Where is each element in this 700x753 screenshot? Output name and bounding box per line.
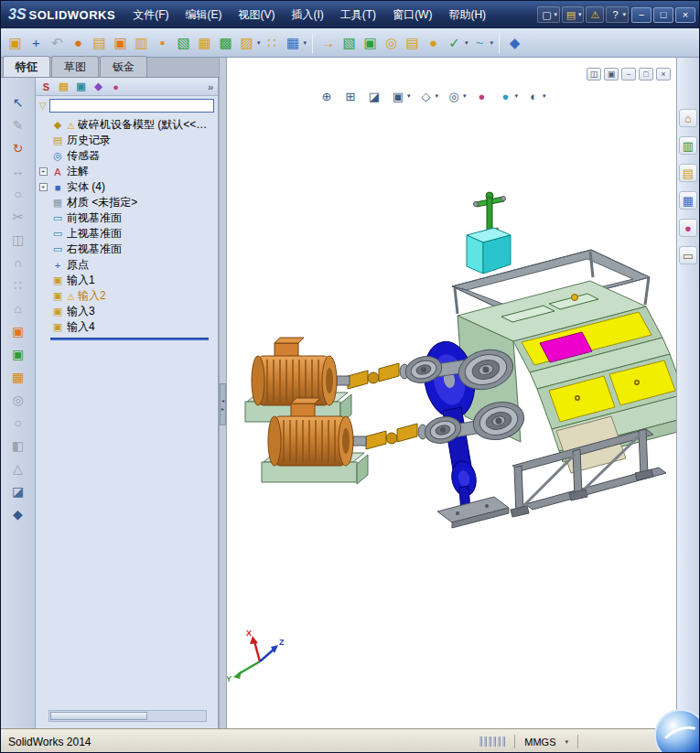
menu-item[interactable]: 窗口(W)	[384, 4, 440, 27]
task-pane-icon[interactable]: ▤	[679, 164, 697, 182]
left-toolbar-icon[interactable]: ◫	[7, 230, 29, 249]
left-toolbar-icon[interactable]: ○	[7, 413, 29, 432]
chevron-down-icon[interactable]: ▾	[463, 92, 467, 100]
model-feed-hopper[interactable]	[467, 228, 511, 274]
toolbar-icon-glyph[interactable]: ▣	[111, 33, 130, 52]
tree-item[interactable]: ▣ 输入2	[38, 288, 218, 304]
model-canvas[interactable]: Y X Z	[227, 58, 678, 728]
toolbar-icon[interactable]: ◆ ▾	[505, 33, 524, 52]
chevron-down-icon[interactable]: ▾	[515, 92, 519, 100]
tree-item-label[interactable]: 右视基准面	[67, 242, 122, 257]
hud-tool-icon[interactable]: ◇	[418, 88, 435, 104]
chevron-down-icon[interactable]: ▾	[407, 92, 411, 100]
panel-splitter[interactable]: ◂▸	[219, 58, 227, 728]
tree-item-label[interactable]: 实体 (4)	[67, 179, 105, 195]
hud-tool[interactable]: ◪ ▾	[366, 88, 382, 104]
tree-item-label[interactable]: 破碎机设备模型 (默认<<默认	[78, 117, 218, 133]
hud-tool[interactable]: ▣ ▾	[390, 88, 411, 104]
chevron-down-icon[interactable]: ▾	[257, 39, 261, 47]
panel-manager-tab-icon[interactable]: ▤	[56, 80, 71, 94]
left-toolbar-icon[interactable]: △	[7, 458, 29, 478]
left-toolbar-icon[interactable]: ↖	[7, 92, 29, 112]
tab-sketch[interactable]: 草图	[51, 56, 99, 77]
expand-plus-icon[interactable]: +	[39, 167, 48, 176]
toolbar-icon-glyph[interactable]: ▦	[195, 33, 214, 52]
task-pane-icon[interactable]: ▦	[679, 191, 697, 210]
splitter-handle[interactable]: ◂▸	[220, 383, 226, 425]
hud-tool[interactable]: ⊞ ▾	[342, 88, 359, 104]
menu-item[interactable]: 文件(F)	[124, 4, 177, 27]
toolbar-icon[interactable]: ▾	[495, 33, 503, 53]
window-control-button[interactable]: □	[653, 7, 673, 23]
graphics-viewport[interactable]: ⊕ ▾ ⊞ ▾ ◪ ▾ ▣ ▾	[227, 58, 678, 728]
toolbar-icon[interactable]: ▦ ▾	[195, 33, 214, 52]
document-window-button[interactable]: −	[621, 68, 636, 81]
toolbar-icon[interactable]: ▧ ▾	[174, 33, 193, 52]
tree-item[interactable]: ▣ 输入3	[38, 304, 218, 319]
hud-tool-icon[interactable]: ◪	[366, 88, 382, 104]
hud-tool[interactable]: ◇ ▾	[418, 88, 439, 104]
tree-item-label[interactable]: 输入2	[78, 288, 106, 304]
chevron-down-icon[interactable]: ▾	[436, 92, 439, 100]
toolbar-icon[interactable]: → ▾	[318, 33, 338, 52]
left-toolbar-icon[interactable]: ▣	[7, 344, 29, 363]
chevron-down-icon[interactable]: ▾	[465, 39, 468, 47]
tree-item-label[interactable]: 上视基准面	[67, 226, 122, 242]
chevron-down-icon[interactable]: ▾	[490, 39, 494, 47]
panel-manager-tab-icon[interactable]: ◆	[91, 80, 106, 94]
units-selector[interactable]: MMGS	[524, 737, 555, 748]
tree-item[interactable]: ◆ 破碎机设备模型 (默认<<默认	[38, 117, 218, 133]
window-control-button[interactable]: ×	[675, 7, 695, 23]
toolbar-icon-glyph[interactable]: ●	[424, 33, 443, 52]
hud-tool-icon[interactable]: ⊕	[318, 88, 335, 104]
tree-item[interactable]: + A 注解	[38, 164, 218, 179]
toolbar-icon-glyph[interactable]: ◆	[505, 33, 524, 52]
toolbar-icon[interactable]: ▣ ▾	[361, 33, 380, 52]
left-toolbar-icon[interactable]: ◧	[7, 436, 29, 455]
hud-tool-icon[interactable]: ▣	[390, 88, 406, 104]
tab-features[interactable]: 特征	[3, 56, 50, 77]
left-toolbar-icon[interactable]: ○	[7, 184, 29, 203]
tree-item-label[interactable]: 传感器	[67, 148, 100, 164]
tree-item-label[interactable]: 输入4	[67, 319, 95, 335]
hud-tool-icon[interactable]: ●	[474, 88, 490, 104]
tree-item[interactable]: ▤ 历史记录	[38, 133, 218, 148]
panel-manager-tab-icon[interactable]: ▣	[73, 80, 89, 94]
toolbar-icon[interactable]: ▨ ▾	[237, 33, 261, 52]
tree-item[interactable]: ▭ 上视基准面	[38, 226, 218, 242]
toolbar-icon[interactable]: ✓ ▾	[445, 33, 468, 52]
document-window-button[interactable]: ▣	[604, 68, 619, 81]
tree-item-label[interactable]: 注解	[67, 164, 89, 179]
chevron-down-icon[interactable]: ▾	[622, 11, 626, 18]
task-pane-icon[interactable]: ●	[679, 219, 697, 237]
toolbar-icon-glyph[interactable]: +	[27, 33, 46, 52]
menu-item[interactable]: 帮助(H)	[440, 4, 494, 27]
toolbar-icon-glyph[interactable]: ✓	[445, 33, 464, 52]
toolbar-icon[interactable]: ~ ▾	[470, 33, 494, 52]
left-toolbar-icon[interactable]: ⌂	[7, 298, 29, 317]
tree-item[interactable]: ▦ 材质 <未指定>	[38, 195, 218, 210]
toolbar-icon[interactable]: ▣ ▾	[111, 33, 130, 52]
toolbar-icon-glyph[interactable]: ▣	[5, 33, 25, 52]
menu-item[interactable]: 工具(T)	[332, 4, 384, 27]
hud-tool-icon[interactable]: ●	[498, 88, 514, 104]
hud-tool[interactable]: ● ▾	[474, 88, 490, 104]
menu-item[interactable]: 视图(V)	[230, 4, 283, 27]
toolbar-icon-glyph[interactable]: ▤	[90, 33, 109, 52]
toolbar-icon[interactable]: ● ▾	[69, 33, 88, 52]
left-toolbar-icon[interactable]: ▣	[7, 321, 29, 340]
toolbar-icon[interactable]: ▩ ▾	[216, 33, 235, 52]
expand-plus-icon[interactable]: +	[39, 183, 48, 191]
toolbar-icon-glyph[interactable]: ↶	[48, 33, 67, 52]
chevron-down-icon[interactable]: ▾	[565, 738, 568, 746]
tree-item-label[interactable]: 前视基准面	[67, 210, 122, 226]
task-pane-icon[interactable]: ▥	[679, 136, 697, 155]
toolbar-icon-glyph[interactable]: ●	[69, 33, 88, 52]
titlebar-tool-button[interactable]: ⚠ ▾	[586, 6, 604, 23]
toolbar-icon[interactable]: ▤ ▾	[90, 33, 109, 52]
toolbar-icon[interactable]: ▥ ▾	[132, 33, 151, 52]
titlebar-tool-button[interactable]: ▤ ▾	[562, 6, 585, 23]
toolbar-icon-glyph[interactable]: ▩	[216, 33, 235, 52]
toolbar-icon-glyph[interactable]: ▦	[284, 33, 303, 52]
toolbar-icon-glyph[interactable]: ◎	[382, 33, 401, 52]
